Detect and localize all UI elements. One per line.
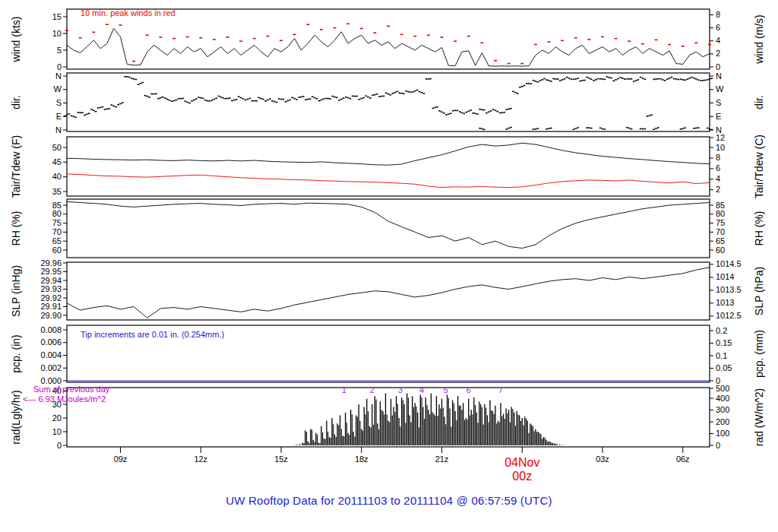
panel-rh: 858075706560858075706560RH (%)RH (%) — [10, 199, 765, 258]
tick-label-left-rad: 10 — [52, 427, 62, 436]
axis-title-right-pcp: pcp. (mm) — [753, 330, 765, 378]
tick-label-left-pcp: 0.000 — [40, 376, 62, 385]
tick-label-left-dir: S — [56, 98, 62, 107]
tick-label-right-pcp: 0.15 — [716, 338, 732, 347]
rad-hour-label: 2 — [370, 385, 375, 394]
axis-title-right-slp: SLP (hPa) — [753, 267, 765, 315]
tick-label-right-rh: 85 — [716, 201, 725, 210]
axis-title-right-rad: rad (W/m^2) — [753, 388, 765, 447]
x-tick-label: 15z — [274, 454, 288, 464]
tick-label-right-rh: 75 — [716, 218, 725, 227]
tick-label-left-wind: 5 — [57, 46, 62, 55]
tick-label-right-rad: 400 — [716, 394, 729, 403]
tick-label-right-temp: 10 — [716, 143, 725, 152]
axis-title-right-dir: dir. — [753, 95, 765, 109]
annotation-sum-note-1: Sum of previous day — [33, 385, 110, 394]
tick-label-left-slp: 29.92 — [40, 293, 62, 302]
annotation-wind-note: 10 min. peak winds in red — [81, 8, 176, 17]
tick-label-right-rad: 200 — [716, 417, 729, 426]
x-tick-label: 21z — [435, 454, 449, 464]
tick-label-left-wind: 0 — [57, 62, 62, 71]
tick-label-left-slp: 29.96 — [40, 258, 62, 268]
tick-label-right-temp: 8 — [716, 153, 720, 162]
tick-label-right-slp: 1014.5 — [716, 259, 742, 268]
tick-label-left-slp: 29.94 — [40, 276, 62, 285]
tick-label-right-pcp: 0.1 — [716, 351, 727, 360]
tick-label-left-rad: 20 — [52, 413, 62, 423]
tick-label-left-rh: 60 — [52, 245, 62, 255]
x-axis: 09z12z15z18z21z04Nov00z03z06z — [114, 447, 690, 483]
tick-label-left-temp: 40 — [52, 172, 62, 181]
tick-label-left-pcp: 0.002 — [40, 363, 62, 372]
x-tick-label-date: 04Nov — [504, 456, 539, 469]
tick-label-left-rad: 0 — [57, 441, 62, 450]
tick-label-right-rh: 65 — [716, 236, 725, 245]
tick-label-right-dir: S — [716, 98, 721, 107]
series-wind_kts — [67, 28, 710, 66]
tick-label-left-wind: 10 — [52, 29, 62, 38]
rad-hour-label: 1 — [342, 385, 346, 394]
tick-label-left-temp: 50 — [52, 143, 62, 152]
rad-hour-label: 5 — [444, 385, 448, 394]
panel-slp: 29.9629.9529.9429.9329.9229.9129.901014.… — [10, 258, 765, 321]
tick-label-left-rh: 75 — [52, 218, 62, 227]
x-tick-label: 03z — [596, 454, 609, 464]
tick-label-right-pcp: 0.2 — [716, 326, 727, 335]
x-tick-label: 12z — [194, 454, 207, 464]
tick-label-left-temp: 35 — [52, 187, 62, 196]
x-tick-label: 00z — [512, 470, 532, 483]
tick-label-right-rh: 60 — [716, 245, 725, 255]
tick-label-right-rad: 300 — [716, 405, 729, 414]
tick-label-left-rh: 65 — [52, 236, 62, 245]
tick-label-right-wind: 2 — [716, 49, 720, 58]
tick-label-left-dir: N — [55, 71, 62, 81]
tick-label-left-rh: 70 — [52, 227, 62, 236]
x-tick-label: 09z — [114, 454, 128, 464]
tick-label-left-slp: 29.93 — [40, 284, 62, 293]
plot-canvas: 05101502468wind (kts)wind (m/s)NWSENNWSE… — [0, 0, 778, 532]
tick-label-left-dir: W — [54, 84, 62, 93]
tick-label-right-temp: 2 — [716, 185, 720, 194]
axis-title-left-rad: rad(Lgly/hr) — [10, 390, 22, 445]
tick-label-left-slp: 29.95 — [40, 267, 62, 276]
axis-title-left-temp: Tair/Tdew (F) — [10, 135, 22, 198]
tick-label-left-slp: 29.90 — [40, 311, 62, 320]
tick-label-left-dir: E — [56, 112, 62, 121]
panel-rad: 4030201005004003002001000rad(Lgly/hr)rad… — [10, 384, 765, 450]
tick-label-left-temp: 45 — [52, 157, 62, 166]
tick-label-right-slp: 1013 — [716, 298, 734, 307]
tick-label-right-temp: 12 — [716, 133, 725, 142]
rad-hour-label: 6 — [466, 385, 471, 394]
tick-label-right-slp: 1014 — [716, 272, 734, 281]
tick-label-right-wind: 0 — [716, 62, 720, 71]
panel-dir: NWSENNWSENdir.dir. — [10, 71, 765, 135]
axis-title-left-wind: wind (kts) — [10, 17, 22, 63]
series-tdew_f — [67, 174, 710, 188]
series-wind_peaks — [65, 24, 711, 63]
series-rad_lgly — [295, 394, 565, 445]
axis-title-left-dir: dir. — [10, 95, 22, 109]
tick-label-right-dir: E — [716, 112, 721, 121]
tick-label-right-wind: 4 — [716, 36, 720, 45]
axis-title-left-pcp: pcp. (in) — [10, 334, 22, 373]
x-tick-label: 06z — [676, 454, 690, 464]
axis-title-left-slp: SLP (inHg) — [10, 265, 22, 317]
tick-label-left-wind: 15 — [52, 12, 62, 21]
axis-title-left-rh: RH (%) — [10, 211, 22, 246]
tick-label-left-rh: 80 — [52, 209, 62, 218]
annotation-sum-note-2: <--- 6.93 MJoules/m^2 — [23, 394, 106, 404]
tick-label-right-rh: 80 — [716, 209, 725, 218]
tick-label-right-slp: 1013.5 — [716, 285, 742, 294]
x-tick-label: 18z — [355, 454, 368, 464]
tick-label-right-rh: 70 — [716, 227, 725, 236]
tick-label-left-pcp: 0.008 — [40, 325, 62, 334]
series-tair_f — [67, 143, 710, 165]
series-rh_pct — [67, 201, 710, 248]
tick-label-right-wind: 6 — [716, 23, 720, 32]
weather-plot-figure: 05101502468wind (kts)wind (m/s)NWSENNWSE… — [0, 0, 778, 532]
rad-hour-label: 7 — [498, 385, 503, 394]
tick-label-right-rad: 500 — [716, 384, 729, 393]
panel-temp: 3540455024681012Tair/Tdew (F)Tair/Tdew (… — [10, 133, 765, 199]
tick-label-right-temp: 4 — [716, 174, 720, 183]
tick-label-left-rh: 85 — [52, 201, 62, 210]
